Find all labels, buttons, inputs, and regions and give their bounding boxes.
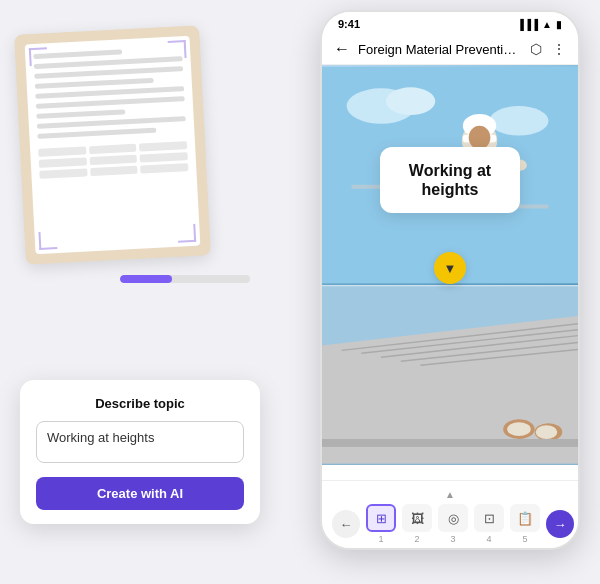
svg-point-25 xyxy=(507,422,531,436)
doc-cell xyxy=(89,155,137,165)
status-time: 9:41 xyxy=(338,18,360,30)
slide-num-5: 5 xyxy=(522,534,527,544)
next-button[interactable]: → xyxy=(546,510,574,538)
chevron-down-button[interactable]: ▼ xyxy=(434,252,466,284)
toolbar-item-4[interactable]: ⊡ 4 xyxy=(474,504,504,544)
chevron-icon: ▼ xyxy=(444,261,457,276)
back-icon[interactable]: ← xyxy=(334,40,350,58)
nav-icons: ⬡ ⋮ xyxy=(530,41,566,57)
progress-fill xyxy=(120,275,172,283)
doc-table xyxy=(38,141,188,179)
svg-point-7 xyxy=(469,126,491,150)
doc-cell xyxy=(39,157,87,167)
bracket-bl xyxy=(38,231,57,250)
doc-cell xyxy=(139,141,187,151)
card-title: Working at heights xyxy=(400,161,500,199)
doc-cell xyxy=(140,163,188,173)
doc-line xyxy=(37,128,156,139)
svg-point-2 xyxy=(386,87,435,115)
doc-cell xyxy=(89,144,137,154)
phone-toolbar: ▲ ← ⊞ 1 🖼 2 ◎ 3 ⊡ 4 xyxy=(322,480,578,548)
document-card xyxy=(14,25,211,264)
share-icon[interactable]: ⬡ xyxy=(530,41,542,57)
slide-icon-5: 📋 xyxy=(510,504,540,532)
svg-point-3 xyxy=(489,106,548,136)
describe-card: Describe topic Working at heights Create… xyxy=(20,380,260,524)
doc-cell xyxy=(90,166,138,176)
toolbar-item-3[interactable]: ◎ 3 xyxy=(438,504,468,544)
bottom-image xyxy=(322,285,578,465)
battery-icon: ▮ xyxy=(556,19,562,30)
topic-card: Working at heights xyxy=(380,147,520,213)
bracket-br xyxy=(177,224,196,243)
status-bar: 9:41 ▐▐▐ ▲ ▮ xyxy=(322,12,578,34)
arrow-up: ▲ xyxy=(332,489,568,500)
document-inner xyxy=(25,36,201,254)
slide-icon-4: ⊡ xyxy=(474,504,504,532)
svg-rect-27 xyxy=(322,439,578,447)
describe-title: Describe topic xyxy=(36,396,244,411)
doc-cell xyxy=(39,168,87,178)
scene: 9:41 ▐▐▐ ▲ ▮ ← Foreign Material Preventi… xyxy=(0,0,600,584)
bracket-tr xyxy=(168,40,187,59)
create-button[interactable]: Create with AI xyxy=(36,477,244,510)
slide-icon-1: ⊞ xyxy=(366,504,396,532)
status-icons: ▐▐▐ ▲ ▮ xyxy=(517,19,562,30)
more-icon[interactable]: ⋮ xyxy=(552,41,566,57)
toolbar-item-2[interactable]: 🖼 2 xyxy=(402,504,432,544)
slide-num-2: 2 xyxy=(414,534,419,544)
slide-num-4: 4 xyxy=(486,534,491,544)
slide-icon-3: ◎ xyxy=(438,504,468,532)
doc-line xyxy=(34,66,183,79)
doc-line xyxy=(36,109,126,119)
phone-mockup: 9:41 ▐▐▐ ▲ ▮ ← Foreign Material Preventi… xyxy=(320,10,580,550)
nav-title: Foreign Material Prevention... xyxy=(358,42,522,57)
bracket-tl xyxy=(29,47,48,66)
roof-scene-svg xyxy=(322,285,578,465)
slide-icon-2: 🖼 xyxy=(402,504,432,532)
nav-bar[interactable]: ← Foreign Material Prevention... ⬡ ⋮ xyxy=(322,34,578,65)
doc-cell xyxy=(140,152,188,162)
toolbar-items: ← ⊞ 1 🖼 2 ◎ 3 ⊡ 4 📋 xyxy=(332,504,568,544)
describe-input[interactable]: Working at heights xyxy=(36,421,244,463)
signal-icon: ▐▐▐ xyxy=(517,19,538,30)
wifi-icon: ▲ xyxy=(542,19,552,30)
prev-button[interactable]: ← xyxy=(332,510,360,538)
slide-num-3: 3 xyxy=(450,534,455,544)
toolbar-item-1[interactable]: ⊞ 1 xyxy=(366,504,396,544)
toolbar-item-5[interactable]: 📋 5 xyxy=(510,504,540,544)
progress-bar xyxy=(120,275,250,283)
doc-line xyxy=(37,116,186,129)
doc-line xyxy=(35,78,154,89)
doc-line xyxy=(36,96,185,109)
slide-num-1: 1 xyxy=(378,534,383,544)
doc-cell xyxy=(38,146,86,156)
svg-point-26 xyxy=(536,425,558,439)
